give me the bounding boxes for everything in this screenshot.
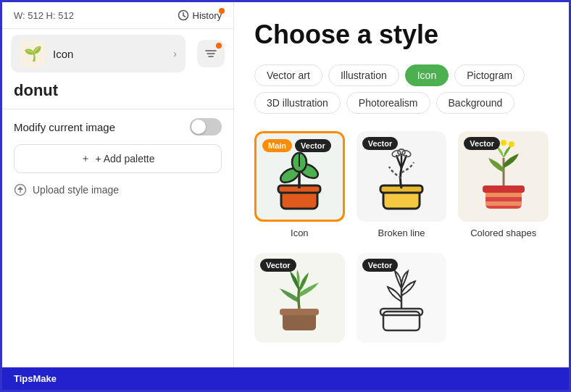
card-icon-image: Main Vector [254, 131, 345, 222]
card-broken-image: Vector [357, 131, 447, 222]
style-tags: Vector art Illustration Icon Pictogram 3… [254, 64, 549, 114]
svg-point-24 [501, 140, 507, 146]
tag-photorealism[interactable]: Photorealism [346, 92, 430, 114]
history-icon [178, 9, 189, 21]
card-natural[interactable]: Vector [254, 253, 345, 352]
add-palette-label: + Add palette [95, 153, 154, 164]
filter-dot [216, 43, 222, 49]
tag-illustration[interactable]: Illustration [328, 64, 399, 86]
sidebar: W: 512 H: 512 History 🌱 Icon [2, 2, 234, 367]
filter-button[interactable] [197, 40, 225, 67]
upload-label: Upload style image [33, 184, 119, 196]
card-broken-label: Broken line [357, 222, 447, 241]
modify-section: Modify current image ＋ + Add palette Upl… [2, 109, 233, 205]
tag-icon[interactable]: Icon [405, 64, 449, 86]
brand-label: TipsMake [14, 373, 57, 384]
plus-icon: ＋ [80, 152, 91, 165]
modify-row: Modify current image [14, 118, 222, 135]
card-outline-label [357, 343, 447, 351]
card-outline-image: Vector [357, 253, 447, 343]
add-palette-button[interactable]: ＋ + Add palette [14, 144, 222, 173]
app-container: W: 512 H: 512 History 🌱 Icon [2, 2, 569, 390]
style-icon: 🌱 [20, 41, 46, 67]
tag-3d-illustration[interactable]: 3D illustration [254, 92, 341, 114]
tag-background[interactable]: Background [436, 92, 515, 114]
style-selector[interactable]: 🌱 Icon › [11, 35, 186, 72]
sidebar-top-row: W: 512 H: 512 History [2, 2, 233, 29]
svg-rect-26 [280, 309, 319, 315]
svg-rect-20 [485, 201, 522, 206]
history-label: History [193, 10, 222, 21]
upload-icon [14, 183, 27, 196]
page-title: Choose a style [254, 20, 549, 50]
main-content: Choose a style Vector art Illustration I… [234, 2, 569, 367]
card-colored-badges: Vector [464, 137, 500, 150]
svg-point-23 [509, 141, 514, 147]
card-icon-label: Icon [254, 222, 345, 241]
dimensions-label: W: 512 H: 512 [14, 10, 74, 21]
svg-point-16 [401, 150, 412, 159]
style-grid: Main Vector [254, 131, 549, 351]
card-broken-line[interactable]: Vector [357, 131, 447, 241]
svg-rect-21 [483, 185, 525, 193]
badge-vector-4: Vector [260, 259, 296, 272]
badge-vector-1: Vector [295, 139, 331, 152]
bottom-bar: TipsMake [2, 367, 569, 390]
search-word: donut [2, 78, 233, 109]
card-broken-badges: Vector [362, 137, 399, 150]
modify-label: Modify current image [14, 121, 115, 133]
card-outline-badges: Vector [362, 259, 399, 272]
card-colored-shapes[interactable]: Vector [458, 131, 549, 241]
tag-pictogram[interactable]: Pictogram [454, 64, 525, 86]
main-area: W: 512 H: 512 History 🌱 Icon [2, 2, 569, 367]
filter-icon [204, 47, 217, 60]
card-colored-image: Vector [458, 131, 549, 222]
style-label: Icon [53, 48, 166, 60]
upload-row[interactable]: Upload style image [14, 180, 222, 196]
card-natural-image: Vector [254, 253, 345, 343]
card-icon-badges: Main Vector [262, 139, 331, 152]
badge-vector-3: Vector [464, 137, 500, 150]
tag-vector-art[interactable]: Vector art [254, 64, 322, 86]
history-button[interactable]: History [178, 9, 222, 21]
badge-main: Main [262, 139, 292, 152]
card-outline[interactable]: Vector [357, 253, 447, 352]
chevron-right-icon: › [173, 48, 177, 59]
card-natural-label [254, 343, 345, 351]
history-dot [219, 8, 225, 14]
badge-vector-2: Vector [362, 137, 399, 150]
card-natural-badges: Vector [260, 259, 296, 272]
card-colored-label: Colored shapes [458, 222, 549, 241]
badge-vector-5: Vector [362, 259, 399, 272]
modify-toggle[interactable] [190, 118, 222, 135]
svg-point-15 [391, 150, 401, 159]
svg-rect-19 [485, 193, 522, 197]
card-icon[interactable]: Main Vector [254, 131, 345, 241]
sidebar-actions: History [178, 9, 222, 21]
